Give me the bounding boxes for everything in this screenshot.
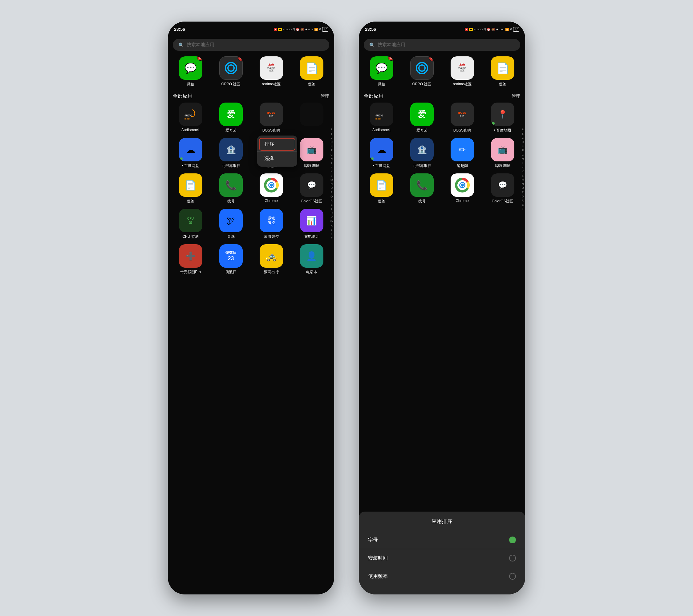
chrome-label-right: Chrome	[456, 199, 469, 203]
realme-icon-left: 真我 realme 社区	[260, 56, 283, 80]
app-bank-right[interactable]: 🏦 北部湾银行	[403, 138, 441, 168]
sort-option-install[interactable]: 安装时间	[359, 549, 525, 567]
app-bilibili-right[interactable]: 📺 哔哩哔哩	[483, 138, 521, 168]
phone-label-left: 拨号	[227, 199, 235, 204]
notification-icon-left: ■	[274, 28, 277, 31]
search-bar-right[interactable]: 🔍 搜索本地应用	[364, 39, 520, 51]
app-colorOS-left[interactable]: 💬 ColorOS社区	[293, 173, 331, 204]
svg-text:mack: mack	[375, 117, 382, 120]
top-apps-right: 💬 94 微信 1 OPPO 社区 真我 realme 社区	[359, 54, 525, 92]
bilibili-icon-right: 📺	[491, 138, 514, 161]
chrome-icon-left	[260, 173, 283, 197]
mute-icon-left: 🔕	[300, 28, 304, 31]
app-phone-left[interactable]: 📞 拨号	[212, 173, 250, 204]
sort-alpha-radio	[509, 537, 516, 543]
app-boss-left[interactable]: BOSS 直聘 BOSS直聘	[252, 103, 290, 133]
app-chrome-left[interactable]: Chrome	[252, 173, 290, 204]
battery-icon-left: 77	[322, 27, 328, 32]
baidupan-icon-right: ☁	[370, 138, 393, 161]
audiomack-icon-right: audio mack	[370, 103, 393, 126]
notification-icon-right: ■	[465, 28, 468, 31]
app-wechat-left[interactable]: 💬 94 微信	[172, 56, 210, 87]
app-notes-top-left[interactable]: 📄 便签	[293, 56, 331, 87]
app-cainiao-left[interactable]: 🕊 菜鸟	[212, 209, 250, 239]
app-charging-left[interactable]: 📊 充电统计	[293, 209, 331, 239]
section-header-right: 全部应用 管理	[359, 92, 525, 103]
app-realme-left[interactable]: 真我 realme 社区 realme社区	[252, 56, 290, 87]
app-notes-top-right[interactable]: 📄 便签	[483, 56, 521, 87]
colorOS-icon-right: 💬	[491, 173, 514, 197]
sort-frequency-label: 使用频率	[368, 573, 388, 580]
app-phone-right[interactable]: 📞 拨号	[403, 173, 441, 204]
audiomack-label-left: Audiomack	[181, 128, 200, 132]
app-cpu-left[interactable]: CPU监 CPU 监测	[172, 209, 210, 239]
dot-icon-left: •	[283, 28, 284, 31]
boss-icon-left: BOSS 直聘	[260, 103, 283, 126]
audiomack-label-right: Audiomack	[372, 128, 391, 132]
app-baidumap-right[interactable]: 📍 • 百度地图	[483, 103, 521, 133]
wechat-label-right: 微信	[378, 82, 385, 87]
app-colorOS-right[interactable]: 💬 ColorOS社区	[483, 173, 521, 204]
section-header-left: 全部应用 管理	[168, 92, 334, 103]
app-iqiyi-left[interactable]: 爱 爱奇艺	[212, 103, 250, 133]
app-chenyu-left[interactable]: 辰域智控 辰域智控	[252, 209, 290, 239]
app-chrome-right[interactable]: Chrome	[443, 173, 481, 204]
app-audiomack-right[interactable]: audio mack Audiomack	[362, 103, 400, 133]
app-bitq-right[interactable]: ✏ 笔趣阁	[443, 138, 481, 168]
notes-top-icon-left: 📄	[300, 56, 323, 80]
wechat-badge-left: 94	[197, 56, 202, 61]
qq-icon-left: ◆	[278, 28, 282, 31]
search-icon-right: 🔍	[369, 42, 375, 47]
logo-icon-right: LOGO	[476, 28, 483, 31]
bank-icon-right: 🏦	[410, 138, 434, 161]
app-audiomack-left[interactable]: audio mack Audiomack	[172, 103, 210, 133]
app-oppo-right[interactable]: 1 OPPO 社区	[403, 56, 441, 87]
notes-top-icon-right: 📄	[491, 56, 514, 80]
context-select-btn[interactable]: 选择	[257, 152, 297, 165]
app-boss-right[interactable]: BOSS 直聘 BOSS直聘	[443, 103, 481, 133]
baidupan-label-left: • 百度网盘	[182, 163, 199, 168]
sort-option-alpha[interactable]: 字母	[359, 531, 525, 549]
chenyu-icon-left: 辰域智控	[260, 209, 283, 232]
context-divider	[257, 151, 297, 152]
app-contacts-left[interactable]: 👤 电话本	[293, 244, 331, 275]
daishell-icon-left: ➕	[179, 244, 202, 267]
sort-alpha-label: 字母	[368, 537, 378, 543]
search-bar-left[interactable]: 🔍 搜索本地应用	[173, 39, 329, 51]
notes-label-left: 便签	[187, 199, 194, 204]
speed-icon-left: 0.79	[308, 28, 313, 31]
oppo-icon-right: 1	[410, 56, 434, 80]
app-bilibili-left[interactable]: 📺 哔哩哔哩	[293, 138, 331, 168]
app-bank-left[interactable]: 🏦 北部湾银行	[212, 138, 250, 168]
audiomack-icon-left: audio mack	[179, 103, 202, 126]
apps-grid-right: audio mack Audiomack 爱 爱奇艺 BOSS 直聘 BOSS直…	[359, 103, 525, 204]
wechat-icon-right: 💬 94	[370, 56, 393, 80]
iqiyi-icon-left: 爱	[219, 103, 243, 126]
app-daishell-left[interactable]: ➕ 带壳截图Pro	[172, 244, 210, 275]
status-time-left: 23:56	[174, 27, 185, 32]
app-baidupan-left[interactable]: ☁ • 百度网盘	[172, 138, 210, 168]
bluetooth-icon-left: ✦	[305, 28, 308, 31]
app-oppo-left[interactable]: 1 OPPO 社区	[212, 56, 250, 87]
app-baidupan-right[interactable]: ☁ • 百度网盘	[362, 138, 400, 168]
section-action-left[interactable]: 管理	[321, 94, 329, 99]
signal-x-icon-right: ✕	[510, 28, 512, 31]
signal-x-icon-left: ✕	[319, 28, 321, 31]
app-countdown-left[interactable]: 倒数日23 倒数日	[212, 244, 250, 275]
app-realme-right[interactable]: 真我 realme 社区 realme社区	[443, 56, 481, 87]
cpu-label-left: CPU 监测	[182, 234, 199, 239]
search-text-right: 搜索本地应用	[378, 42, 405, 48]
app-wechat-right[interactable]: 💬 94 微信	[362, 56, 400, 87]
phone-icon-right: 📞	[410, 173, 434, 197]
app-notes-right[interactable]: 📄 便签	[362, 173, 400, 204]
sort-option-frequency[interactable]: 使用频率	[359, 567, 525, 585]
app-didi-left[interactable]: 🚕 滴滴出行	[252, 244, 290, 275]
speed-icon-right: 1.00	[499, 28, 504, 31]
app-iqiyi-right[interactable]: 爱 爱奇艺	[403, 103, 441, 133]
app-notes-left[interactable]: 📄 便签	[172, 173, 210, 204]
section-action-right[interactable]: 管理	[512, 94, 520, 99]
alphabet-sidebar-left: A B C D E F G H I J K L M N O P Q R S T …	[329, 126, 335, 241]
baidupan-label-right: • 百度网盘	[373, 163, 390, 168]
wechat-icon-left: 💬 94	[179, 56, 202, 80]
context-sort-btn[interactable]: 排序	[259, 138, 295, 151]
